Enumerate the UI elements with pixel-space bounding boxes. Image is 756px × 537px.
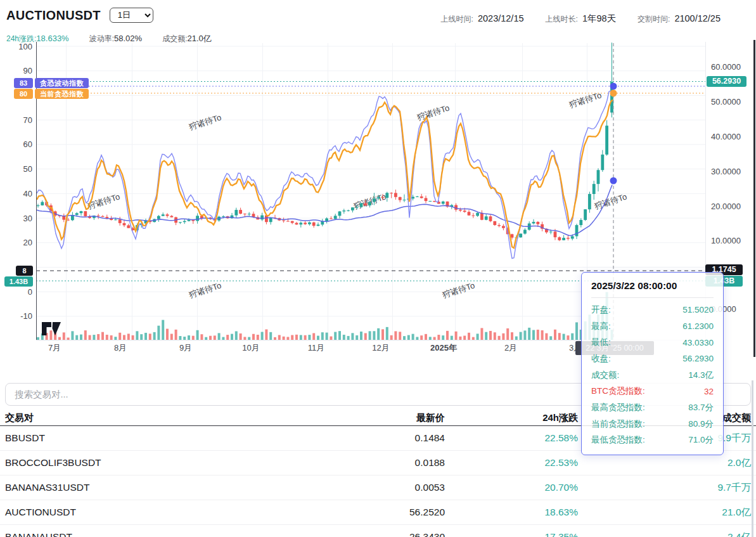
table-row[interactable]: BANANAUSDT26.343017.35%2.4亿 — [0, 525, 756, 537]
sub-stat: 24h涨跌:18.633% — [6, 32, 69, 44]
meta-stat: 上线时间:2023/12/15 — [441, 13, 524, 25]
left-axis-tick: 0 — [28, 287, 32, 297]
tooltip-row: 成交额:14.3亿 — [591, 367, 714, 384]
volume-series — [37, 292, 613, 340]
tooltip-row-label: 最低: — [591, 337, 611, 348]
x-axis-tick: 9月 — [179, 343, 192, 353]
change-cell: 20.70% — [445, 482, 578, 493]
svg-text:狩诸待To: 狩诸待To — [86, 191, 121, 211]
sub-label: 24h涨跌: — [6, 34, 36, 43]
sub-stat: 波动率:58.02% — [89, 32, 142, 44]
tooltip-row-value: 51.5020 — [682, 305, 714, 314]
market-substats: 24h涨跌:18.633%波动率:58.02%成交额:21.0亿 — [6, 32, 212, 44]
pair-cell: BBUSDT — [5, 432, 233, 444]
crosshair-dot — [610, 90, 617, 97]
tooltip-row-value: 14.3亿 — [688, 370, 714, 381]
svg-text:狩诸待To: 狩诸待To — [188, 280, 222, 300]
tooltip-row: 最低贪恐指数:71.0分 — [591, 432, 714, 449]
right-axis-tick: 10.0000 — [711, 236, 741, 245]
volume-cell: 2.0亿 — [578, 456, 751, 470]
tooltip-row: 当前贪恐指数:80.9分 — [591, 416, 714, 432]
volume-cell: 9.7千万 — [578, 481, 751, 495]
sub-value: 58.02% — [114, 34, 142, 43]
sub-stat: 成交额:21.0亿 — [162, 32, 212, 44]
page-title: AUCTIONUSDT — [6, 8, 101, 23]
trading-dashboard: 狩诸待To狩诸待To狩诸待To狩诸待To狩诸待To狩诸待To狩诸待To狩诸待To… — [0, 0, 756, 537]
meta-value: 2100/12/25 — [674, 13, 721, 23]
x-axis-tick: 2月 — [504, 343, 517, 353]
tooltip-row-value: 80.9分 — [688, 418, 714, 430]
sub-value: 18.633% — [36, 34, 68, 43]
fear-index-line-orange — [37, 100, 613, 248]
fear-vol-index-label: 贪恐波动指数 — [35, 78, 89, 88]
col-pair[interactable]: 交易对 — [5, 412, 233, 424]
crosshair-dot — [610, 83, 617, 90]
tooltip-row-label: 当前贪恐指数: — [591, 418, 645, 430]
volume-left-badge: 1.43B — [4, 276, 33, 287]
volume-cell: 2.4亿 — [578, 531, 751, 537]
table-row[interactable]: BANANAS31USDT0.005320.70%9.7千万 — [0, 476, 756, 500]
change-cell: 22.58% — [445, 432, 578, 444]
change-cell: 18.63% — [445, 507, 578, 518]
tooltip-row: 最高贪恐指数:83.7分 — [591, 399, 714, 416]
tooltip-row-label: 开盘: — [591, 304, 611, 316]
col-price[interactable]: 最新价 — [233, 412, 445, 424]
meta-label: 交割时间: — [637, 14, 670, 25]
svg-text:狩诸待To: 狩诸待To — [593, 191, 628, 211]
tooltip-row-value: 61.2300 — [682, 321, 714, 331]
meta-stat: 交割时间:2100/12/25 — [637, 13, 721, 25]
right-axis-tick: 40.0000 — [711, 132, 741, 141]
tooltip-row-value: 56.2930 — [682, 354, 714, 363]
tooltip-divider — [591, 297, 714, 298]
price-cell: 56.2520 — [233, 507, 445, 518]
left-axis-tick: 60 — [23, 139, 32, 149]
tooltip-row-label: 最高贪恐指数: — [591, 402, 645, 413]
sub-label: 波动率: — [89, 34, 114, 43]
x-axis-tick: 10月 — [242, 343, 259, 353]
candlestick-series — [37, 42, 613, 241]
fear-vol-index-badge: 83 — [14, 78, 33, 88]
right-axis-tick: 60.0000 — [711, 62, 741, 72]
col-change[interactable]: 24h涨跌 — [445, 412, 578, 424]
tooltip-rows: 开盘:51.5020最高:61.2300最低:43.0330收盘:56.2930… — [591, 302, 714, 448]
header: AUCTIONUSDT 1日 上线时间:2023/12/15上线时长:1年98天… — [0, 0, 756, 43]
tooltip-date: 2025/3/22 08:00:00 — [591, 280, 714, 292]
x-axis-tick: 7月 — [48, 343, 61, 353]
x-axis-tick: 12月 — [372, 343, 389, 353]
tooltip-row: 开盘:51.5020 — [591, 302, 714, 318]
meta-value: 2023/12/15 — [478, 13, 524, 23]
tooltip-row: 最高:61.2300 — [591, 318, 714, 335]
x-axis-tick: 11月 — [308, 343, 325, 353]
right-axis-tick: 20.0000 — [711, 202, 741, 211]
scrollbar[interactable] — [752, 380, 753, 537]
svg-text:狩诸待To: 狩诸待To — [441, 280, 476, 300]
change-cell: 17.35% — [445, 531, 578, 537]
pair-cell: BROCCOLIF3BUSDT — [5, 457, 233, 469]
price-cell: 26.3430 — [233, 531, 445, 537]
x-axis-tick: 2025年 — [430, 343, 458, 353]
chart-right-border — [753, 40, 755, 357]
left-axis-tick: 40 — [23, 189, 32, 198]
crosshair-left-badge: 8 — [16, 266, 33, 276]
price-cell: 0.1484 — [233, 432, 445, 444]
interval-select[interactable]: 1日 — [110, 8, 153, 23]
left-axis-tick: 30 — [23, 214, 32, 223]
table-row[interactable]: AUCTIONUSDT56.252018.63%21.0亿 — [0, 500, 756, 525]
tooltip-row: 最低:43.0330 — [591, 334, 714, 351]
tooltip-row-label: 成交额: — [591, 370, 619, 381]
sub-label: 成交额: — [162, 34, 187, 43]
tooltip-row: BTC贪恐指数:32 — [591, 383, 714, 399]
change-cell: 22.53% — [445, 457, 578, 469]
crosshair-dot — [610, 178, 617, 184]
meta-label: 上线时间: — [441, 14, 473, 25]
pair-cell: AUCTIONUSDT — [5, 507, 233, 518]
left-axis-tick: 90 — [23, 66, 32, 75]
watermark: 狩诸待To狩诸待To狩诸待To狩诸待To狩诸待To狩诸待To狩诸待To狩诸待To — [86, 90, 628, 300]
right-axis-tick: 50.0000 — [711, 97, 741, 107]
tooltip-row: 收盘:56.2930 — [591, 351, 714, 367]
meta-stat: 上线时长:1年98天 — [546, 13, 617, 25]
contract-meta: 上线时间:2023/12/15上线时长:1年98天交割时间:2100/12/25 — [441, 13, 721, 25]
ohlc-tooltip: 2025/3/22 08:00:00 开盘:51.5020最高:61.2300最… — [581, 272, 724, 455]
right-axis-tick: 30.0000 — [711, 167, 741, 176]
pair-cell: BANANAUSDT — [5, 531, 233, 537]
